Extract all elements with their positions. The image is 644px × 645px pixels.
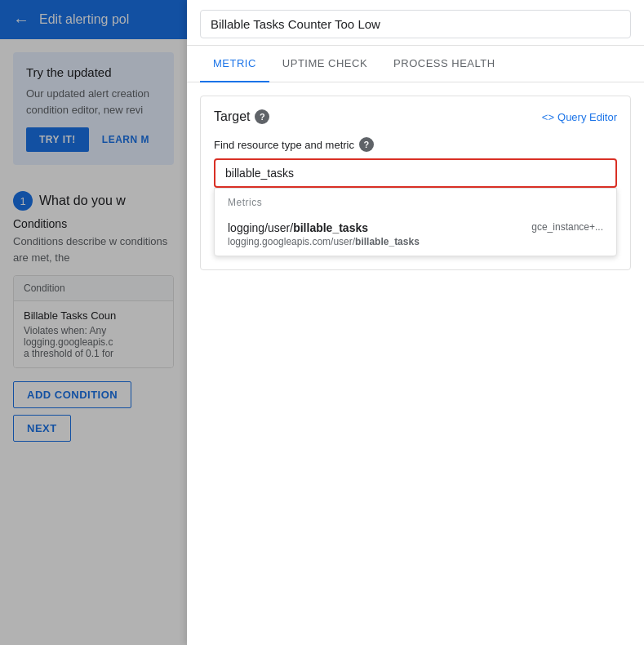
target-header: Target ? <> Query Editor [214,109,617,124]
dropdown-item-right: gce_instance+... [531,221,603,233]
modal-panel: METRIC UPTIME CHECK PROCESS HEALTH Targe… [187,0,644,645]
dropdown-item-billable-tasks[interactable]: logging/user/billable_tasks logging.goog… [215,213,616,256]
item-sub-prefix: logging.googleapis.com/user/ [228,236,355,247]
modal-tabs: METRIC UPTIME CHECK PROCESS HEALTH [187,46,644,82]
search-input-wrapper [214,158,617,188]
target-title: Target ? [214,109,269,124]
target-title-text: Target [214,109,250,124]
query-editor-link[interactable]: <> Query Editor [542,111,617,123]
query-editor-label: Query Editor [557,111,617,123]
tab-uptime-check[interactable]: UPTIME CHECK [269,46,380,82]
modal-title-input[interactable] [200,10,631,38]
tab-metric[interactable]: METRIC [200,46,269,82]
find-help-icon[interactable]: ? [359,137,374,152]
item-sub-bold: billable_tasks [355,236,420,247]
tab-process-health[interactable]: PROCESS HEALTH [380,46,509,82]
metric-dropdown: Metrics logging/user/billable_tasks logg… [214,188,617,256]
metric-search-input[interactable] [214,158,617,188]
dropdown-item-left: logging/user/billable_tasks logging.goog… [228,221,420,247]
find-label-text: Find resource type and metric [214,139,354,151]
dropdown-section-label: Metrics [215,189,616,213]
dropdown-item-main: logging/user/billable_tasks [228,221,420,234]
dropdown-item-sub: logging.googleapis.com/user/billable_tas… [228,236,420,247]
query-editor-icon: <> [542,111,554,123]
modal-content: Target ? <> Query Editor Find resource t… [187,82,644,645]
item-prefix: logging/user/ [228,221,293,234]
target-section: Target ? <> Query Editor Find resource t… [200,96,631,270]
target-help-icon[interactable]: ? [255,109,269,124]
item-bold: billable_tasks [293,221,368,234]
find-label: Find resource type and metric ? [214,137,617,152]
modal-title-bar [187,0,644,46]
